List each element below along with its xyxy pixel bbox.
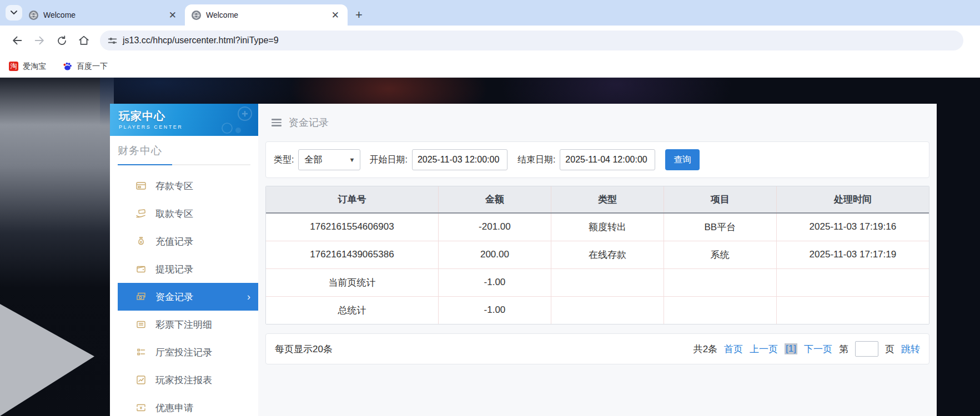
sidebar-item-label: 充值记录 <box>155 235 193 248</box>
jump-label-post: 页 <box>885 343 894 356</box>
cell-empty <box>551 268 664 296</box>
cell-type: 额度转出 <box>551 213 664 241</box>
sidebar-item-label: 玩家投注报表 <box>155 374 212 387</box>
taobao-icon: 淘 <box>9 62 18 71</box>
reload-button[interactable] <box>52 31 71 50</box>
sidebar-item-label: 厅室投注记录 <box>155 346 212 359</box>
hamburger-icon[interactable] <box>272 119 282 126</box>
cell-order-no: 1762161554606903 <box>266 213 438 241</box>
new-tab-button[interactable]: + <box>348 4 370 26</box>
list-grid-icon <box>135 347 147 358</box>
bookmarks-bar: 淘 爱淘宝 百度一下 <box>0 55 980 78</box>
bookmark-taobao[interactable]: 淘 爱淘宝 <box>9 62 46 72</box>
cell-type: 在线存款 <box>551 241 664 268</box>
sidebar-item-withdraw-area[interactable]: 取款专区 <box>110 200 258 227</box>
tab-title: Welcome <box>43 11 162 19</box>
gamepad-art-icon <box>214 106 255 134</box>
cell-time: 2025-11-03 17:19:16 <box>776 213 929 241</box>
table-row-total-stats: 总统计 -1.00 <box>266 296 929 324</box>
sidebar-item-player-bet-report[interactable]: 玩家投注报表 <box>110 366 258 394</box>
cell-project: BB平台 <box>664 213 776 241</box>
query-button[interactable]: 查询 <box>665 149 700 170</box>
browser-toolbar: js13.cc/hhcp/usercenter.html?iniType=9 <box>0 26 980 55</box>
filter-bar: 类型: 全部 ▼ 开始日期: 结束日期: 查询 <box>265 141 929 178</box>
bookmark-label: 百度一下 <box>77 62 108 72</box>
per-page-text: 每页显示20条 <box>275 343 333 356</box>
sidebar-item-withdraw-record[interactable]: 提现记录 <box>110 255 258 283</box>
back-button[interactable] <box>8 31 27 50</box>
site-settings-icon <box>108 36 117 45</box>
tab-close-icon[interactable]: ✕ <box>330 9 341 21</box>
sidebar-item-label: 取款专区 <box>155 207 193 220</box>
sidebar-item-lottery-bet-detail[interactable]: 彩票下注明细 <box>110 311 258 338</box>
main-content: 资金记录 类型: 全部 ▼ 开始日期: 结束日期: 查询 订单号 金额 类型 <box>258 104 937 416</box>
browser-tab-1[interactable]: Welcome ✕ <box>22 4 185 26</box>
funds-table: 订单号 金额 类型 项目 处理时间 1762161554606903 -201.… <box>266 186 929 324</box>
cell-empty <box>776 296 929 324</box>
start-date-input[interactable] <box>412 149 507 170</box>
sidebar-item-hall-bet-record[interactable]: 厅室投注记录 <box>110 338 258 366</box>
tab-close-icon[interactable]: ✕ <box>167 9 178 21</box>
back-arrow-icon <box>11 34 23 47</box>
end-date-input[interactable] <box>560 149 655 170</box>
pager-controls: 共2条 首页 上一页 [1] 下一页 第 页 跳转 <box>693 341 920 357</box>
end-date-label: 结束日期: <box>517 154 555 166</box>
ticket-list-icon <box>135 319 147 330</box>
tab-title: Welcome <box>206 11 325 19</box>
forward-arrow-icon <box>33 34 46 47</box>
web-page: 玩家中心 PLAYERS CENTER 财务中心 存款专区 <box>0 78 980 416</box>
total-count-text: 共2条 <box>693 343 717 356</box>
page-jump-input[interactable] <box>855 341 878 357</box>
jump-label-pre: 第 <box>839 343 848 356</box>
col-project: 项目 <box>664 186 776 213</box>
sidebar-item-recharge-record[interactable]: ¥ 充值记录 <box>110 227 258 255</box>
finance-center-heading: 财务中心 <box>118 144 250 158</box>
tab-search-button[interactable] <box>6 5 22 21</box>
sidebar-item-deposit-area[interactable]: 存款专区 <box>110 172 258 200</box>
globe-favicon-icon <box>29 11 38 20</box>
table-row: 1762161439065386 200.00 在线存款 系统 2025-11-… <box>266 241 929 268</box>
chevron-right-icon: › <box>247 291 250 303</box>
section-divider <box>118 164 250 165</box>
prev-page-link[interactable]: 上一页 <box>750 343 778 356</box>
svg-text:¥: ¥ <box>140 240 142 244</box>
sidebar-item-funds-record[interactable]: 资金记录 › <box>118 283 258 311</box>
wallet-icon <box>135 263 147 275</box>
address-bar[interactable]: js13.cc/hhcp/usercenter.html?iniType=9 <box>100 31 963 50</box>
sidebar-item-label: 优惠申请 <box>155 402 193 414</box>
col-type: 类型 <box>551 186 664 213</box>
table-header-row: 订单号 金额 类型 项目 处理时间 <box>266 186 929 213</box>
sidebar-item-promo-apply[interactable]: ¥ 优惠申请 <box>110 394 258 416</box>
chevron-down-icon: ▼ <box>349 156 355 163</box>
cell-stats-label: 总统计 <box>266 296 438 324</box>
jump-go-link[interactable]: 跳转 <box>901 343 920 356</box>
first-page-link[interactable]: 首页 <box>724 343 743 356</box>
home-button[interactable] <box>74 31 93 50</box>
page-header: 资金记录 <box>258 104 937 141</box>
bookmark-label: 爱淘宝 <box>23 62 46 72</box>
browser-tab-strip: Welcome ✕ Welcome ✕ + <box>0 0 980 26</box>
cell-amount: -201.00 <box>438 213 551 241</box>
chevron-down-icon <box>11 11 17 15</box>
sidebar-item-label: 资金记录 <box>155 291 193 303</box>
browser-tab-2-active[interactable]: Welcome ✕ <box>185 4 348 26</box>
cell-stats-label: 当前页统计 <box>266 268 438 296</box>
cell-amount: 200.00 <box>438 241 551 268</box>
next-page-link[interactable]: 下一页 <box>804 343 832 356</box>
cell-empty <box>776 268 929 296</box>
baidu-paw-icon <box>63 62 72 71</box>
cell-order-no: 1762161439065386 <box>266 241 438 268</box>
table-row-page-stats: 当前页统计 -1.00 <box>266 268 929 296</box>
type-label: 类型: <box>274 154 294 166</box>
cell-amount: -1.00 <box>438 268 551 296</box>
svg-text:¥: ¥ <box>140 405 143 410</box>
forward-button[interactable] <box>30 31 49 50</box>
cell-time: 2025-11-03 17:17:19 <box>776 241 929 268</box>
type-select[interactable]: 全部 ▼ <box>298 149 360 170</box>
url-text[interactable]: js13.cc/hhcp/usercenter.html?iniType=9 <box>123 35 279 45</box>
hand-cash-icon <box>135 208 147 219</box>
sidebar-section: 财务中心 <box>110 136 258 165</box>
bookmark-baidu[interactable]: 百度一下 <box>63 62 108 72</box>
type-select-value: 全部 <box>304 154 322 166</box>
cell-amount: -1.00 <box>438 296 551 324</box>
